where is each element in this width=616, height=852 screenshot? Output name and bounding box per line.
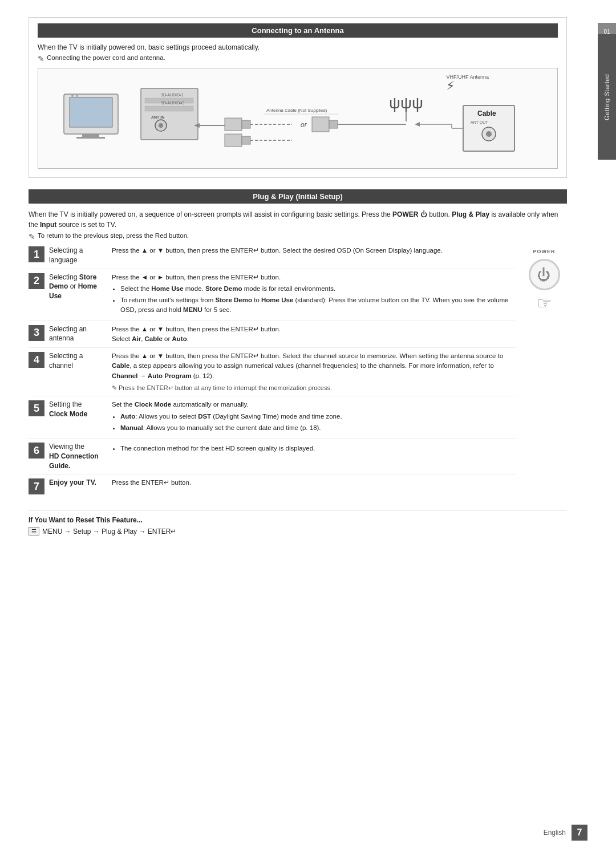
step-row-5: 5 Setting the Clock Mode Set the Clock M… xyxy=(29,400,516,439)
plug-section: Plug & Play (Initial Setup) When the TV … xyxy=(29,189,567,535)
step-label-4: Selecting a channel xyxy=(49,351,112,371)
power-symbol: ⏻ xyxy=(537,267,551,283)
power-button-icon: ⏻ xyxy=(529,259,560,290)
step-label-5: Setting the Clock Mode xyxy=(49,400,112,419)
svg-marker-38 xyxy=(415,122,420,127)
vhf-label: VHF/UHF Antenna ⚡︎ xyxy=(446,74,489,92)
note-icon: ✎ xyxy=(38,54,44,63)
step-num-5: 5 xyxy=(29,400,44,416)
plug-desc-bold1: Plug & Play xyxy=(452,210,489,218)
svg-rect-16 xyxy=(225,118,242,131)
step-row-4: 4 Selecting a channel Press the ▲ or ▼ b… xyxy=(29,351,516,396)
step-4-number: 4 xyxy=(34,354,39,366)
power-illustration: POWER ⏻ ☞ xyxy=(521,246,567,501)
steps-container: 1 Selecting a language Press the ▲ or ▼ … xyxy=(29,246,567,501)
step-1-desc-text: Press the ▲ or ▼ button, then press the … xyxy=(112,247,443,254)
svg-rect-20 xyxy=(225,134,242,147)
svg-rect-10 xyxy=(145,106,193,111)
step-label-1: Selecting a language xyxy=(49,246,112,265)
step-4-label-text: Selecting a channel xyxy=(49,352,83,370)
svg-rect-21 xyxy=(242,136,250,144)
antenna-section: Connecting to an Antenna When the TV is … xyxy=(29,17,567,178)
svg-point-13 xyxy=(159,123,163,128)
step-5-bullets: Auto: Allows you to select DST (Daylight… xyxy=(120,412,516,433)
plug-desc-text5: source is set to TV. xyxy=(59,221,116,229)
svg-text:ANT OUT: ANT OUT xyxy=(471,120,488,124)
step-6-label-bold: HD Connection Guide. xyxy=(49,452,99,470)
power-label-text: POWER xyxy=(533,249,555,254)
step-3-number: 3 xyxy=(34,327,39,339)
step-row-2: 2 Selecting Store Demo or Home Use Press… xyxy=(29,273,516,321)
step-6-number: 6 xyxy=(34,445,39,457)
menu-icon-box: ☰ xyxy=(29,527,39,535)
step-4-note: ✎ Press the ENTER↵ button at any time to… xyxy=(112,383,516,393)
reset-desc: ☰ MENU → Setup → Plug & Play → ENTER↵ xyxy=(29,527,567,535)
step-desc-2: Press the ◄ or ► button, then press the … xyxy=(112,273,516,317)
step-2-desc-intro: Press the ◄ or ► button, then press the … xyxy=(112,274,281,281)
step-2-bullet-1: Select the Home Use mode. Store Demo mod… xyxy=(120,284,516,294)
steps-left: 1 Selecting a language Press the ▲ or ▼ … xyxy=(29,246,516,501)
svg-text:ANT IN: ANT IN xyxy=(151,115,164,119)
plug-desc-bold2: Input xyxy=(40,221,56,229)
step-desc-5: Set the Clock Mode automatically or manu… xyxy=(112,400,516,435)
step-3-label-text: Selecting an antenna xyxy=(49,325,87,343)
step-desc-6: The connection method for the best HD sc… xyxy=(112,442,516,455)
svg-text:3D-AUDIO-1: 3D-AUDIO-1 xyxy=(161,93,184,97)
step-row-7: 7 Enjoy your TV. Press the ENTER↵ button… xyxy=(29,478,516,498)
step-2-label-middle: or xyxy=(68,282,78,290)
plug-header-text: Plug & Play (Initial Setup) xyxy=(253,192,342,201)
antenna-diagram: VHF/UHF Antenna ⚡︎ 3D-AUDIO-1 3D-AUDIO-C xyxy=(38,68,558,169)
step-7-label-bold: Enjoy your TV. xyxy=(49,478,96,486)
step-5-bullet-1: Auto: Allows you to select DST (Daylight… xyxy=(120,412,516,421)
plug-desc-text3: ⏻ xyxy=(420,210,429,218)
step-2-bullets: Select the Home Use mode. Store Demo mod… xyxy=(120,284,516,315)
step-num-4: 4 xyxy=(29,352,44,368)
svg-text:Cable: Cable xyxy=(477,109,496,117)
step-7-desc-text: Press the ENTER↵ button. xyxy=(112,479,191,486)
plug-note-icon: ✎ xyxy=(29,232,35,241)
antenna-header: Connecting to an Antenna xyxy=(38,23,558,38)
step-6-label-plain: Viewing the xyxy=(49,443,84,451)
step-6-bullet-1: The connection method for the best HD sc… xyxy=(120,444,516,453)
svg-point-4 xyxy=(71,95,74,97)
step-row-1: 1 Selecting a language Press the ▲ or ▼ … xyxy=(29,246,516,269)
plug-note: ✎ To return to the previous step, press … xyxy=(29,232,567,241)
svg-rect-17 xyxy=(242,120,250,128)
step-num-3: 3 xyxy=(29,325,44,341)
step-2-label-plain: Selecting xyxy=(49,273,79,281)
step-5-label-plain: Setting the xyxy=(49,400,82,408)
step-1-label-text: Selecting a language xyxy=(49,246,83,264)
svg-point-34 xyxy=(486,131,492,137)
plug-desc-text5-text: source is set to TV. xyxy=(59,221,116,229)
reset-desc-text: MENU → Setup → Plug & Play → ENTER↵ xyxy=(42,528,176,535)
step-label-3: Selecting an antenna xyxy=(49,324,112,344)
step-desc-3: Press the ▲ or ▼ button, then press the … xyxy=(112,324,516,344)
reset-title: If You Want to Reset This Feature... xyxy=(29,516,567,524)
step-4-note-icon: ✎ xyxy=(112,383,117,393)
side-tab: Getting Started xyxy=(598,34,616,160)
step-5-label-bold: Clock Mode xyxy=(49,410,87,418)
antenna-desc-text: When the TV is initially powered on, bas… xyxy=(38,43,260,51)
svg-text:or: or xyxy=(301,121,307,129)
plug-note-text: To return to the previous step, press th… xyxy=(38,232,189,239)
svg-rect-3 xyxy=(76,137,105,139)
step-6-bullets: The connection method for the best HD sc… xyxy=(120,444,516,453)
svg-rect-24 xyxy=(329,120,338,128)
plug-desc: When the TV is initially powered on, a s… xyxy=(29,209,567,230)
antenna-desc: When the TV is initially powered on, bas… xyxy=(38,43,558,51)
step-desc-1: Press the ▲ or ▼ button, then press the … xyxy=(112,246,516,255)
step-desc-7: Press the ENTER↵ button. xyxy=(112,478,516,488)
tab-number-label: 01 xyxy=(603,29,610,35)
svg-text:3D-AUDIO-C: 3D-AUDIO-C xyxy=(161,101,184,105)
step-3-desc-text: Press the ▲ or ▼ button, then press the … xyxy=(112,326,281,332)
antenna-note: ✎ Connecting the power cord and antenna. xyxy=(38,54,558,63)
step-7-number: 7 xyxy=(34,481,39,493)
antenna-note-text: Connecting the power cord and antenna. xyxy=(47,54,165,61)
svg-rect-2 xyxy=(82,134,99,137)
step-row-3: 3 Selecting an antenna Press the ▲ or ▼ … xyxy=(29,324,516,348)
step-5-bullet-2: Manual: Allows you to manually set the c… xyxy=(120,423,516,433)
step-num-1: 1 xyxy=(29,246,44,262)
step-num-7: 7 xyxy=(29,478,44,494)
hand-icon: ☞ xyxy=(537,293,552,313)
step-1-number: 1 xyxy=(34,249,39,261)
